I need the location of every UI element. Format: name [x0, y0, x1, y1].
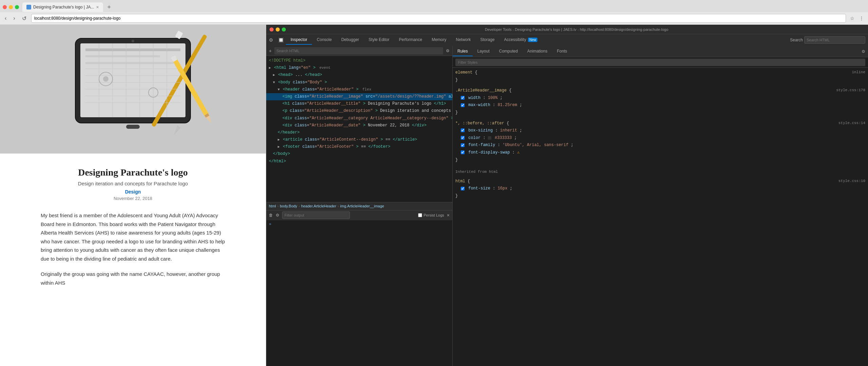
css-tab-rules[interactable]: Rules [453, 47, 473, 56]
css-value-width[interactable]: 100% [488, 96, 498, 100]
html-line-footer[interactable]: ▶ <footer class="ArticleFooter" > == </f… [266, 143, 452, 150]
css-value-maxwidth[interactable]: 81.25rem [498, 103, 517, 107]
css-selector-element[interactable]: element [455, 70, 472, 75]
tab-style-editor[interactable]: Style Editor [364, 35, 394, 45]
article-date: November 22, 2018 [41, 196, 225, 201]
article-body: Designing Parachute's logo Design iterat… [0, 154, 266, 307]
html-line-doctype[interactable]: <!DOCTYPE html> [266, 57, 452, 64]
browser-tab[interactable]: Designing Parachute's logo | JA... × [22, 2, 103, 12]
html-line-img-selected[interactable]: <img class="ArticleHeader__image" src="/… [266, 93, 452, 100]
persist-logs-label: Persist Logs [423, 213, 444, 217]
css-prop-width-checkbox[interactable] [461, 96, 465, 100]
css-rule-universal: *, ::before, ::after style.css:14 { box-… [455, 120, 865, 164]
traffic-light-green[interactable] [15, 5, 19, 9]
html-line-head[interactable]: ▶ <head> ... </head> [266, 72, 452, 79]
html-add-node-button[interactable]: + [269, 48, 272, 54]
css-inherited-header: Inherited from html [455, 168, 865, 176]
tab-inspector[interactable]: Inspector [286, 35, 312, 45]
tab-debugger[interactable]: Debugger [336, 35, 364, 45]
css-selector-article-header[interactable]: .ArticleHeader__image [455, 88, 507, 93]
css-filter-bar [453, 57, 868, 68]
css-prop-color-checkbox[interactable] [461, 136, 465, 140]
tab-console[interactable]: Console [312, 35, 336, 45]
article-paragraph-2: Originally the group was going with the … [41, 270, 225, 287]
css-selector-html[interactable]: html [455, 179, 465, 184]
browser-viewport: Designing Parachute's logo Design iterat… [0, 25, 266, 366]
html-line-div-category[interactable]: <div class="ArticleHeader__category Arti… [266, 115, 452, 122]
devtools-settings-icon[interactable]: ⚙ [266, 37, 276, 43]
accessibility-new-badge: New [528, 38, 537, 42]
devtools-traffic-red[interactable] [270, 27, 274, 32]
css-panel-toolbar: Rules Layout Computed Animations Fonts [453, 46, 868, 57]
html-line-close-header[interactable]: </header> [266, 129, 452, 136]
html-line-close-body[interactable]: </body> [266, 150, 452, 158]
console-clear-button[interactable]: 🗑 [269, 213, 273, 218]
persist-logs-checkbox[interactable] [418, 213, 422, 217]
css-tab-animations[interactable]: Animations [522, 47, 552, 56]
html-search-options-button[interactable]: ⚙ [446, 48, 450, 53]
css-value-font-family[interactable]: 'Ubuntu', Arial, sans-serif [502, 143, 568, 147]
html-line-h1[interactable]: <h1 class="ArticleHeader__title" > Desig… [266, 100, 452, 107]
console-close-button[interactable]: × [447, 212, 450, 218]
console-filter-input[interactable] [282, 211, 350, 219]
persist-logs-group: Persist Logs [418, 213, 444, 217]
tab-accessibility[interactable]: Accessibility New [499, 35, 542, 45]
menu-button[interactable]: ⋮ [858, 15, 865, 22]
html-line-p-desc[interactable]: <p class="ArticleHeader__description" > … [266, 107, 452, 115]
css-prop-fontfamily-checkbox[interactable] [461, 143, 465, 147]
tab-network[interactable]: Network [451, 35, 476, 45]
console-input[interactable] [273, 222, 450, 226]
devtools-title: Developer Tools - Designing Parachute's … [289, 27, 865, 32]
traffic-light-red[interactable] [3, 5, 7, 9]
tab-close-button[interactable]: × [96, 4, 99, 10]
html-line-close-html[interactable]: </html> [266, 158, 452, 165]
css-prop-boxsizing-checkbox[interactable] [461, 128, 465, 132]
back-button[interactable]: ‹ [3, 15, 8, 22]
traffic-light-yellow[interactable] [9, 5, 13, 9]
console-filter-icon[interactable]: ⚙ [276, 213, 279, 218]
breadcrumb-html[interactable]: html [269, 204, 276, 208]
html-line-div-date[interactable]: <div class="ArticleHeader__date" > Novem… [266, 122, 452, 129]
tab-storage[interactable]: Storage [476, 35, 499, 45]
new-tab-button[interactable]: + [104, 2, 114, 12]
css-rules-content: element inline { } .ArticleHeader__image… [453, 68, 868, 366]
css-tab-fonts[interactable]: Fonts [552, 47, 572, 56]
devtools-traffic-green[interactable] [282, 27, 286, 32]
url-bar[interactable] [31, 14, 846, 23]
css-prop-maxwidth-checkbox[interactable] [461, 103, 465, 107]
html-line-article[interactable]: ▶ <article class="ArticleContent--design… [266, 136, 452, 143]
breadcrumb-body[interactable]: body.Body [280, 204, 297, 208]
refresh-button[interactable]: ↺ [20, 15, 28, 22]
css-tab-layout[interactable]: Layout [473, 47, 494, 56]
devtools-inspector-icon[interactable]: 🔲 [276, 37, 286, 43]
console-content: » [266, 220, 452, 366]
forward-button[interactable]: › [11, 15, 17, 22]
breadcrumb-header[interactable]: header.ArticleHeader [301, 204, 336, 208]
svg-marker-8 [172, 125, 181, 136]
css-prop-fontdisplay-checkbox[interactable] [461, 150, 465, 154]
bookmark-button[interactable]: ☆ [849, 15, 856, 22]
tab-memory[interactable]: Memory [427, 35, 451, 45]
css-value-font-size[interactable]: 16px [498, 186, 508, 191]
html-search-input[interactable] [274, 47, 443, 55]
css-filter-input[interactable] [455, 59, 865, 66]
css-filter-styles-button[interactable]: ⚙ [862, 49, 865, 54]
css-value-box-sizing[interactable]: inherit [500, 128, 517, 133]
css-tab-computed[interactable]: Computed [494, 47, 522, 56]
devtools-traffic-yellow[interactable] [276, 27, 280, 32]
html-line-header[interactable]: ▼ <header class="ArticleHeader" > flex [266, 86, 452, 93]
css-selector-universal[interactable]: *, ::before, ::after [455, 121, 504, 126]
svg-rect-6 [126, 125, 140, 129]
css-color-swatch[interactable] [488, 136, 491, 140]
html-line-html[interactable]: ▶ <html lang="en" > event [266, 64, 452, 72]
css-warning-icon: ⚠ [517, 150, 519, 155]
css-prop-fontsize-checkbox[interactable] [461, 187, 465, 190]
html-line-body[interactable]: ▼ <body class="Body" > [266, 79, 452, 86]
css-value-color[interactable]: #333333 [495, 136, 512, 140]
svg-rect-4 [85, 62, 174, 64]
css-source-html: style.css:10 [839, 178, 865, 185]
tab-performance[interactable]: Performance [394, 35, 427, 45]
breadcrumb-img[interactable]: img.ArticleHeader__image [340, 204, 384, 208]
article-category-link[interactable]: Design [41, 189, 225, 195]
devtools-search-input[interactable] [804, 36, 865, 44]
